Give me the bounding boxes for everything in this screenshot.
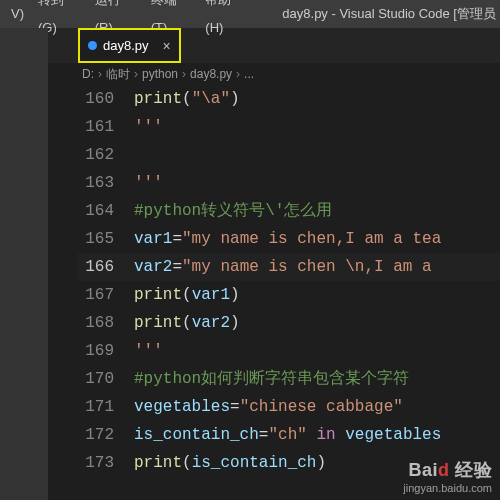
line-number: 172	[78, 421, 134, 449]
code-line[interactable]: 163'''	[78, 169, 500, 197]
line-number: 160	[78, 85, 134, 113]
code-line[interactable]: 168print(var2)	[78, 309, 500, 337]
chevron-right-icon: ›	[236, 67, 240, 81]
line-number: 166	[78, 253, 134, 281]
code-line[interactable]: 173print(is_contain_ch)	[78, 449, 500, 477]
code-content[interactable]: is_contain_ch="ch" in vegetables	[134, 421, 500, 449]
line-number: 165	[78, 225, 134, 253]
code-content[interactable]	[134, 141, 500, 169]
code-content[interactable]: var2="my name is chen \n,I am a	[134, 253, 500, 281]
breadcrumb[interactable]: D: › 临时 › python › day8.py › ...	[0, 63, 500, 85]
code-line[interactable]: 164#python转义符号\'怎么用	[78, 197, 500, 225]
code-line[interactable]: 169'''	[78, 337, 500, 365]
menu-item-help[interactable]: 帮助(H)	[198, 0, 254, 42]
code-content[interactable]: var1="my name is chen,I am a tea	[134, 225, 500, 253]
code-line[interactable]: 161'''	[78, 113, 500, 141]
code-line[interactable]: 160print("\a")	[78, 85, 500, 113]
code-line[interactable]: 162	[78, 141, 500, 169]
close-icon[interactable]: ×	[163, 38, 171, 54]
line-number: 161	[78, 113, 134, 141]
line-number: 171	[78, 393, 134, 421]
code-line[interactable]: 170#python如何判断字符串包含某个字符	[78, 365, 500, 393]
tab-label: day8.py	[103, 38, 149, 53]
code-content[interactable]: print(var1)	[134, 281, 500, 309]
code-content[interactable]: '''	[134, 169, 500, 197]
breadcrumb-part[interactable]: 临时	[106, 66, 130, 83]
line-number: 168	[78, 309, 134, 337]
window-title: day8.py - Visual Studio Code [管理员	[282, 5, 496, 23]
tab-day8[interactable]: day8.py ×	[78, 28, 181, 63]
line-number: 167	[78, 281, 134, 309]
code-content[interactable]: print("\a")	[134, 85, 500, 113]
menubar: V) 转到(G) 运行(R) 终端(T) 帮助(H) day8.py - Vis…	[0, 0, 500, 28]
code-line[interactable]: 167print(var1)	[78, 281, 500, 309]
code-line[interactable]: 165var1="my name is chen,I am a tea	[78, 225, 500, 253]
activity-bar[interactable]	[0, 28, 48, 500]
code-line[interactable]: 172is_contain_ch="ch" in vegetables	[78, 421, 500, 449]
code-content[interactable]: print(var2)	[134, 309, 500, 337]
line-number: 170	[78, 365, 134, 393]
breadcrumb-part[interactable]: D:	[82, 67, 94, 81]
code-content[interactable]: '''	[134, 113, 500, 141]
menu-item-view[interactable]: V)	[4, 0, 31, 28]
line-number: 164	[78, 197, 134, 225]
code-content[interactable]: '''	[134, 337, 500, 365]
breadcrumb-part[interactable]: python	[142, 67, 178, 81]
editor[interactable]: 160print("\a")161'''162163'''164#python转…	[78, 85, 500, 500]
dirty-indicator-icon	[88, 41, 97, 50]
code-content[interactable]: print(is_contain_ch)	[134, 449, 500, 477]
line-number: 163	[78, 169, 134, 197]
chevron-right-icon: ›	[134, 67, 138, 81]
code-line[interactable]: 171vegetables="chinese cabbage"	[78, 393, 500, 421]
code-content[interactable]: vegetables="chinese cabbage"	[134, 393, 500, 421]
line-number: 173	[78, 449, 134, 477]
breadcrumb-part[interactable]: ...	[244, 67, 254, 81]
chevron-right-icon: ›	[98, 67, 102, 81]
line-number: 169	[78, 337, 134, 365]
code-line[interactable]: 166var2="my name is chen \n,I am a	[78, 253, 500, 281]
breadcrumb-part[interactable]: day8.py	[190, 67, 232, 81]
line-number: 162	[78, 141, 134, 169]
code-content[interactable]: #python转义符号\'怎么用	[134, 197, 500, 225]
code-content[interactable]: #python如何判断字符串包含某个字符	[134, 365, 500, 393]
chevron-right-icon: ›	[182, 67, 186, 81]
